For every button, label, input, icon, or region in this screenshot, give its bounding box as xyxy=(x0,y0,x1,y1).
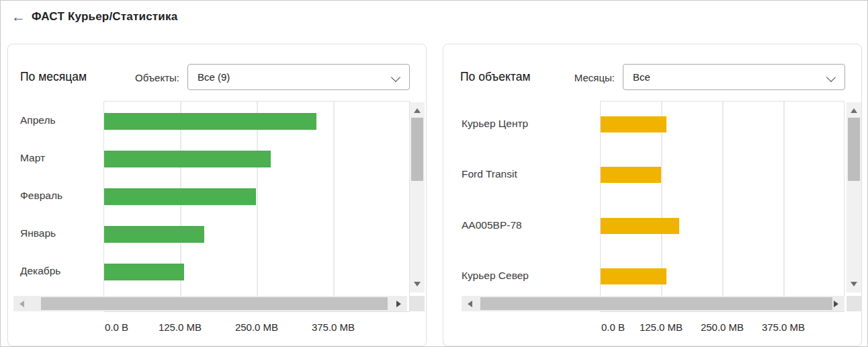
x-tick-label: 375.0 MB xyxy=(762,321,805,333)
category-label: Март xyxy=(20,151,45,165)
horizontal-scrollbar[interactable] xyxy=(462,296,844,311)
objects-select-value: Все (9) xyxy=(198,71,230,83)
horizontal-scrollbar-thumb[interactable] xyxy=(41,297,388,310)
panel-title: По месяцам xyxy=(20,70,87,84)
x-tick-label: 0.0 B xyxy=(601,321,625,333)
page-title: ФАСТ Курьер/Статистика xyxy=(32,10,177,24)
objects-select[interactable]: Все (9) xyxy=(187,64,410,90)
bar[interactable] xyxy=(601,116,666,132)
gridline xyxy=(333,102,335,311)
bar[interactable] xyxy=(104,226,204,243)
vertical-scrollbar[interactable] xyxy=(410,102,425,293)
category-label: Декабрь xyxy=(20,264,60,278)
panel-title: По объектам xyxy=(460,70,530,84)
category-label: Ford Transit xyxy=(462,167,517,182)
gridline xyxy=(722,102,724,311)
plot-area xyxy=(600,101,844,312)
months-select[interactable]: Все xyxy=(623,64,845,90)
horizontal-scrollbar-thumb[interactable] xyxy=(480,297,832,310)
objects-filter-label: Объекты: xyxy=(135,72,179,83)
scrollbar-corner xyxy=(847,296,861,311)
category-label: Январь xyxy=(20,226,56,241)
panel-by-objects: По объектам Месяцы: Все Курьер ЦентрFord… xyxy=(443,44,862,346)
scroll-up-arrow-icon[interactable] xyxy=(851,108,857,113)
category-label: Апрель xyxy=(20,113,56,128)
back-arrow-icon[interactable]: ← xyxy=(11,8,26,26)
page-header: ← ФАСТ Курьер/Статистика xyxy=(1,1,867,34)
vertical-scrollbar-thumb[interactable] xyxy=(411,118,423,181)
category-label: Курьер Центр xyxy=(462,116,528,131)
category-label: AA005BP-78 xyxy=(462,218,522,233)
scroll-up-arrow-icon[interactable] xyxy=(414,108,421,113)
x-tick-label: 250.0 MB xyxy=(235,321,278,333)
statistics-page: ← ФАСТ Курьер/Статистика По месяцам Объе… xyxy=(0,0,868,347)
vertical-scrollbar[interactable] xyxy=(847,102,861,293)
bar[interactable] xyxy=(104,113,316,130)
bar[interactable] xyxy=(104,151,271,167)
bar[interactable] xyxy=(601,167,661,183)
scroll-right-arrow-icon[interactable] xyxy=(396,301,401,307)
scroll-left-arrow-icon[interactable] xyxy=(468,301,472,307)
scroll-left-arrow-icon[interactable] xyxy=(19,301,24,307)
scroll-right-arrow-icon[interactable] xyxy=(834,301,838,307)
chevron-down-icon xyxy=(391,73,400,82)
horizontal-scrollbar[interactable] xyxy=(13,296,407,311)
x-tick-label: 375.0 MB xyxy=(312,321,355,333)
chevron-down-icon xyxy=(826,73,836,82)
gridline xyxy=(783,102,785,311)
panel-by-months: По месяцам Объекты: Все (9) АпрельМартФе… xyxy=(7,44,427,346)
vertical-scrollbar-thumb[interactable] xyxy=(848,118,860,181)
months-select-value: Все xyxy=(633,71,650,83)
months-filter-label: Месяцы: xyxy=(574,72,615,83)
x-tick-label: 125.0 MB xyxy=(159,321,202,333)
x-tick-label: 125.0 MB xyxy=(640,321,683,333)
scroll-down-arrow-icon[interactable] xyxy=(414,282,421,286)
bar[interactable] xyxy=(601,268,666,284)
bar[interactable] xyxy=(601,218,679,234)
category-label: Курьер Север xyxy=(462,268,529,283)
x-tick-label: 250.0 MB xyxy=(701,321,744,333)
bar[interactable] xyxy=(104,188,256,205)
plot-area xyxy=(103,101,410,312)
x-tick-label: 0.0 B xyxy=(105,321,128,333)
scrollbar-corner xyxy=(410,296,425,311)
bar[interactable] xyxy=(104,264,184,280)
scroll-down-arrow-icon[interactable] xyxy=(851,282,857,286)
category-label: Февраль xyxy=(20,188,62,203)
gridline xyxy=(257,102,258,311)
